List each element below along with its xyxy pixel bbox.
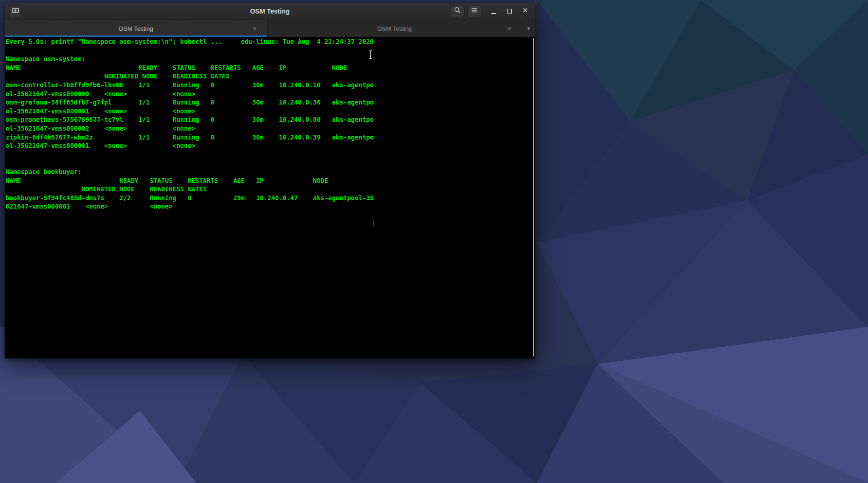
tab-label: OSM Testing: [377, 25, 412, 32]
minimize-icon: [491, 13, 496, 14]
terminal-window: OSM Testing: [5, 3, 535, 358]
terminal-line: [6, 211, 535, 220]
terminal-line: [6, 150, 535, 159]
hamburger-menu-icon: [471, 7, 478, 16]
titlebar[interactable]: OSM Testing: [5, 3, 535, 20]
terminal-line: NOMINATED NODE READINESS GATES: [6, 72, 535, 81]
maximize-icon: [507, 9, 512, 14]
close-icon: [522, 7, 529, 15]
terminal-line: Namespace bookbuyer:: [6, 168, 535, 176]
terminal-line: bookbuyer-5f94fc485d-dms7s 2/2 Running 0…: [6, 194, 535, 203]
tab-close-button[interactable]: ×: [253, 25, 257, 32]
tab-osm-testing-1[interactable]: OSM Testing ×: [5, 20, 268, 37]
terminal-line: osm-grafana-58ff65dfb7-g7fpl 1/1 Running…: [6, 98, 535, 107]
tab-list-dropdown-button[interactable]: ▼: [522, 20, 535, 37]
minimize-button[interactable]: [488, 6, 499, 17]
terminal-line: [6, 219, 535, 228]
maximize-button[interactable]: [504, 6, 515, 17]
terminal-line: Every 5.0s: printf "Namespace osm-system…: [6, 37, 535, 46]
terminal-line: [6, 159, 535, 168]
terminal-line: NAME READY STATUS RESTARTS AGE IP NODE: [6, 63, 535, 72]
terminal-line: ol-35621647-vmss000002 <none> <none>: [6, 124, 535, 133]
terminal-line: ol-35621647-vmss000001 <none> <none>: [6, 107, 535, 116]
terminal-cursor: [370, 220, 374, 227]
terminal-line: 621647-vmss000001 <none> <none>: [6, 202, 535, 211]
tab-label: OSM Testing: [119, 25, 153, 32]
close-button[interactable]: [520, 6, 531, 17]
tab-close-button[interactable]: ×: [507, 25, 511, 32]
terminal-line: Namespace osm-system:: [6, 55, 535, 63]
terminal-line: [6, 46, 535, 55]
terminal-line: ol-35621647-vmss000001 <none> <none>: [6, 141, 535, 150]
terminal-line: osm-controller-7b6ffd9fb6-lkv86 1/1 Runn…: [6, 81, 535, 90]
search-button[interactable]: [451, 6, 465, 17]
search-icon: [454, 7, 461, 16]
terminal-scrollbar[interactable]: [533, 38, 534, 357]
chevron-down-icon: ▼: [527, 26, 531, 31]
terminal-line: zipkin-6df4b57677-wbn2z 1/1 Running 0 30…: [6, 133, 535, 142]
terminal-line: osm-prometheus-5756769877-tc7vl 1/1 Runn…: [6, 115, 535, 124]
terminal-output: Every 5.0s: printf "Namespace osm-system…: [5, 37, 535, 358]
tab-bar: OSM Testing × OSM Testing × ▼: [5, 20, 535, 37]
menu-button[interactable]: [467, 6, 481, 17]
tab-osm-testing-2[interactable]: OSM Testing ×: [268, 20, 522, 37]
terminal-line: ol-35621647-vmss000000 <none> <none>: [6, 90, 535, 98]
terminal-screen[interactable]: Every 5.0s: printf "Namespace osm-system…: [5, 37, 535, 358]
mouse-ibeam-cursor: [367, 50, 374, 62]
terminal-line: NAME READY STATUS RESTARTS AGE IP NODE: [6, 176, 535, 185]
terminal-line: NOMINATED NODE READINESS GATES: [6, 185, 535, 194]
